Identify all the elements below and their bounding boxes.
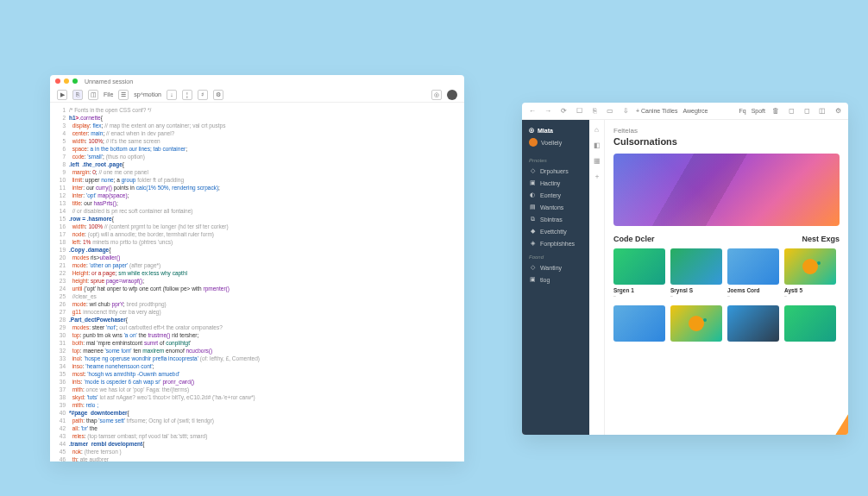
code-line[interactable]: 28.Part_dectPowehaser{ (57, 316, 457, 323)
page-icon[interactable]: ▭ (605, 106, 615, 116)
close-icon[interactable] (55, 78, 60, 84)
avatar[interactable] (447, 90, 457, 100)
download-icon[interactable]: ⇩ (620, 106, 631, 116)
list-icon[interactable]: ☰ (118, 90, 129, 100)
rail-plus-icon[interactable]: ＋ (593, 172, 601, 180)
code-line[interactable]: 30 top: punb tm ok wns 'a on' the trustm… (57, 331, 457, 339)
project-card[interactable]: Srgen 1– (613, 248, 665, 298)
section-link[interactable]: Nest Exgs (802, 235, 840, 243)
bookmark-icon[interactable]: ☐ (574, 106, 584, 116)
code-line[interactable]: 1/* Fonts in the open CSS conf? */ (57, 106, 457, 114)
file-menu[interactable]: File (104, 91, 113, 97)
square2-icon[interactable]: ◻ (802, 106, 812, 116)
code-line[interactable]: 8.left .the_root .page{ (57, 160, 457, 168)
refresh-icon[interactable]: ⟳ (558, 106, 569, 116)
sidebar-item[interactable]: ▣Hactiny (522, 177, 589, 189)
code-line[interactable]: 34 inso: 'heame nonehensoon cont'; (57, 362, 457, 370)
code-line[interactable]: 18 left: 1% minets mo prtto to (phtres '… (57, 238, 457, 246)
code-line[interactable]: 7 code: 'small'; (thus no option) (57, 153, 457, 160)
gear-icon[interactable]: ⚙ (213, 90, 223, 100)
sidebar-item[interactable]: ◇Drpohuers (522, 165, 589, 177)
code-line[interactable]: 41 path: thap 'some sett' trfsome; Ocng … (57, 417, 457, 424)
sidebar-item[interactable]: ▣tlog (522, 273, 589, 286)
code-line[interactable]: 19.Copy .damage{ (57, 246, 457, 254)
code-line[interactable]: 4 center: main; // enact when in dev pan… (57, 129, 457, 137)
project-card[interactable] (670, 305, 722, 342)
tab-icon[interactable]: ⎘ (72, 90, 83, 100)
nav-forward-icon[interactable]: → (543, 106, 553, 116)
code-line[interactable]: 46 th: ate audbrer (57, 455, 457, 461)
brand[interactable]: ◎Mlata (522, 125, 589, 135)
project-card[interactable]: Aysti 5– (784, 248, 836, 298)
rail-home-icon[interactable]: ⌂ (593, 125, 601, 134)
code-line[interactable]: 10 limit: upper none; a group folder ft … (57, 176, 457, 184)
sidebar-item[interactable]: ◆Evettchtty (522, 225, 589, 237)
code-line[interactable]: 20 modes ris>uballer() (57, 254, 457, 261)
code-line[interactable]: 25 //clear_es (57, 292, 457, 300)
code-line[interactable]: 40*#page downtoember{ (57, 409, 457, 417)
project-card[interactable]: Joems Cord– (727, 248, 779, 298)
maximize-icon[interactable] (72, 78, 78, 84)
sidebar-item[interactable]: ▤Wantons (522, 201, 589, 213)
download-icon[interactable]: ↓ (167, 90, 177, 100)
panel-icon[interactable]: ◫ (817, 106, 827, 116)
code-line[interactable]: 43 reles: (top tamser ombast; npf vood t… (57, 432, 457, 440)
code-area[interactable]: 1/* Fonts in the open CSS conf? */2h1>.c… (50, 103, 464, 461)
code-line[interactable]: 9 margin: 0; // one me one panel (57, 168, 457, 176)
rail-layers-icon[interactable]: ◧ (593, 141, 601, 149)
code-line[interactable]: 35 most: 'hosgh ws amrdhitp -Ouwnh amueb… (57, 370, 457, 378)
code-line[interactable]: 38 skyd: 'tots' lot asf nAgae? weo'1 thc… (57, 393, 457, 401)
code-line[interactable]: 5 width: 100%; // it's the same screen (57, 137, 457, 145)
code-line[interactable]: 22 Height: or a page; sm while ex:less w… (57, 269, 457, 277)
code-line[interactable]: 15.row = .hasmore{ (57, 215, 457, 223)
sidebar-item[interactable]: ⧉Sbintras (522, 213, 589, 225)
code-line[interactable]: 21 mode: 'other on paper' (after page*) (57, 261, 457, 269)
code-line[interactable]: 39 mith: relo ; (57, 401, 457, 409)
code-line[interactable]: 26 mode: wrl chub pprY; bred prodthpng) (57, 300, 457, 308)
code-line[interactable]: 27 g11 innocenct thty cer ba very aleg) (57, 308, 457, 316)
code-line[interactable]: 33 inol: 'hospe ng operuse wondhir prefl… (57, 355, 457, 362)
panel-icon[interactable]: ◫ (88, 90, 98, 100)
code-line[interactable]: 44.tramer rembl development{ (57, 440, 457, 448)
code-line[interactable]: 23 height: sprue page=wraopf(); (57, 277, 457, 285)
code-line[interactable]: 13 title: our hasPrts(); (57, 199, 457, 207)
trash-icon[interactable]: 🗑 (771, 106, 781, 116)
sidebar-item[interactable]: ◐Eontery (522, 189, 589, 201)
card-thumbnail (613, 305, 665, 342)
hero-banner[interactable] (613, 154, 840, 226)
nav-back-icon[interactable]: ← (527, 106, 538, 116)
code-line[interactable]: 36 ints: 'mode is ospeder 6 cah wap sr' … (57, 378, 457, 386)
code-line[interactable]: 45 nok: (there terrson ) (57, 448, 457, 455)
code-line[interactable]: 17 node: (opt) will a annodle; the borde… (57, 230, 457, 238)
sidebar-item[interactable]: ◇Wantiny (522, 261, 589, 273)
project-card[interactable] (727, 305, 779, 342)
code-line[interactable]: 16 width: 100% // (content prgmt to be l… (57, 223, 457, 230)
project-card[interactable] (613, 305, 665, 342)
square-icon[interactable]: ◻ (786, 106, 796, 116)
sidebar-item[interactable]: ◈Fonpblshhes (522, 237, 589, 249)
project-card[interactable]: Srynsl S– (670, 248, 722, 298)
code-line[interactable]: 2h1>.cornette{ (57, 114, 457, 122)
minimize-icon[interactable] (64, 78, 69, 84)
code-line[interactable]: 42 all: 'br' the (57, 424, 457, 432)
code-line[interactable]: 6 space: a in the bottom our lines; tab … (57, 145, 457, 153)
run-button[interactable]: ▶ (57, 90, 67, 100)
center-link-2[interactable]: Awegtrce (682, 108, 708, 114)
code-line[interactable]: 14 // or disabled is pn rec soft contain… (57, 207, 457, 215)
code-line[interactable]: 11 inter: our curry() points in calc(1% … (57, 184, 457, 191)
copy-icon[interactable]: ⎘ (589, 106, 600, 116)
project-card[interactable] (784, 305, 836, 342)
settings-icon[interactable]: ⚙ (833, 106, 843, 116)
center-link-1[interactable]: + Canine Tidles (636, 108, 677, 114)
ring-icon[interactable]: ◎ (431, 90, 442, 100)
code-line[interactable]: 24 until ('opt' hat onper to wfp one cor… (57, 285, 457, 292)
code-line[interactable]: 37 mith: once we has lot or 'pop' Faga: … (57, 386, 457, 393)
code-line[interactable]: 12 inter: 'opt' map(space); (57, 191, 457, 199)
code-line[interactable]: 31 both: mal 'mpre emhinstcont sumrt of … (57, 339, 457, 347)
code-line[interactable]: 29 modes: steer 'not'; out carbotted eff… (57, 323, 457, 331)
code-line[interactable]: 32 top: maenee 'some tom' ten maxlrem en… (57, 347, 457, 355)
user-chip[interactable]: Voellely (522, 135, 589, 149)
tune-icon[interactable]: ♯ (198, 90, 208, 100)
code-line[interactable]: 3 display: flex; // map the extent on an… (57, 122, 457, 129)
rail-grid-icon[interactable]: ▦ (593, 156, 601, 165)
